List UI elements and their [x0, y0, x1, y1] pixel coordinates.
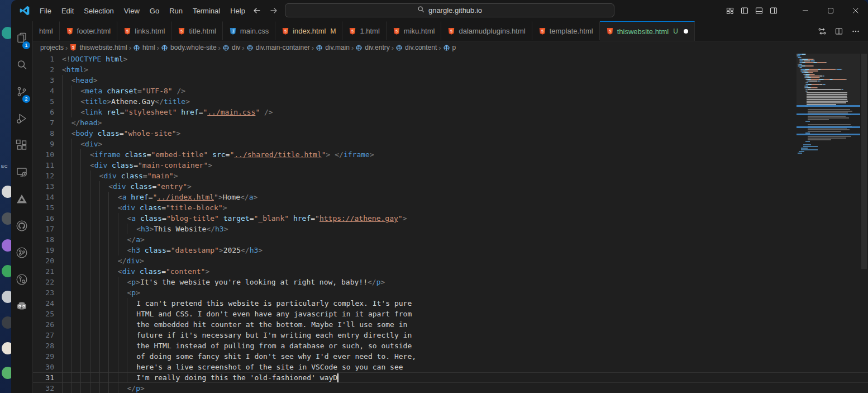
breadcrumb-item-html[interactable]: html	[133, 44, 155, 51]
link-text[interactable]: ../shared/title.html	[234, 150, 322, 159]
breadcrumb-item-projects[interactable]: projects	[40, 44, 64, 51]
minimize-button[interactable]	[793, 0, 818, 21]
desktop-icon[interactable]	[2, 212, 11, 225]
link-text[interactable]: ../main.css	[207, 108, 255, 116]
activity-item-search[interactable]	[11, 53, 32, 79]
activity-item-git-graph[interactable]	[11, 240, 32, 267]
code-line[interactable]: 10<iframe class="embed-title" src="../sh…	[33, 149, 868, 160]
code-line[interactable]: 3<head>	[33, 75, 868, 86]
menu-go[interactable]: Go	[145, 4, 164, 17]
code-line[interactable]: 15<div class="title-block">	[33, 202, 868, 213]
tab-miku.html[interactable]: 5miku.html	[387, 21, 442, 40]
close-button[interactable]	[843, 0, 868, 21]
activity-item-github[interactable]	[11, 214, 32, 240]
desktop-icon[interactable]	[2, 265, 11, 277]
tab-footer.html[interactable]: 5footer.html	[60, 21, 118, 40]
code-line[interactable]: 29of doing some fancy shit I don't see w…	[33, 351, 868, 362]
code-line[interactable]: 19<h3 class="datestamp">2025</h3>	[33, 245, 868, 255]
breadcrumb-item-div.content[interactable]: div.content	[395, 44, 437, 51]
code-line[interactable]: 25HTML and CSS. I don't even have any ja…	[33, 309, 868, 319]
tab-index.html[interactable]: 5index.htmlM	[275, 21, 342, 40]
scrollbar-slider[interactable]	[861, 54, 867, 269]
vertical-scrollbar[interactable]	[860, 54, 868, 393]
tab-dalamudplugins.html[interactable]: 5dalamudplugins.html	[441, 21, 532, 40]
code-line[interactable]: 23<p>	[33, 287, 868, 298]
menu-help[interactable]: Help	[225, 4, 250, 17]
more-actions-icon[interactable]	[851, 27, 860, 36]
code-line[interactable]: 5<title>Athene.Gay</title>	[33, 96, 868, 107]
activity-item-explorer[interactable]: 1	[11, 26, 32, 53]
code-line[interactable]: 18</a>	[33, 234, 868, 245]
activity-item-source-control[interactable]: 2	[11, 79, 32, 106]
code-line[interactable]: 22<p>It's the website you're looking at …	[33, 277, 868, 287]
activity-item-godot[interactable]	[11, 294, 32, 321]
toggle-sidebar-right-icon[interactable]	[769, 6, 778, 15]
customize-layout-icon[interactable]	[726, 6, 735, 15]
code-line[interactable]: 9<div>	[33, 139, 868, 149]
activity-item-a-logo[interactable]	[11, 187, 32, 214]
tab-thiswebsite.html[interactable]: 5thiswebsite.htmlU	[600, 21, 695, 41]
link-text[interactable]: https://athene.gay	[319, 214, 398, 222]
code-line[interactable]: 26the embedded hit counter at the bottom…	[33, 319, 868, 330]
tab-links.html[interactable]: 5links.html	[117, 21, 171, 40]
back-arrow-icon[interactable]	[252, 6, 261, 15]
code-area[interactable]: 1<!DOCTYPE html>2<html>3<head>4<meta cha…	[33, 54, 868, 393]
menu-terminal[interactable]: Terminal	[188, 4, 225, 17]
menu-selection[interactable]: Selection	[79, 4, 118, 17]
activity-item-extensions[interactable]	[11, 133, 32, 160]
menu-edit[interactable]: Edit	[56, 4, 79, 17]
desktop-icon[interactable]	[2, 367, 11, 379]
command-center-search[interactable]: gnargle.github.io	[285, 3, 614, 17]
breadcrumb-item-div.main-container[interactable]: div.main-container	[246, 44, 310, 51]
toggle-sidebar-left-icon[interactable]	[740, 6, 749, 15]
tab-1.html[interactable]: 51.html	[342, 21, 386, 40]
menu-file[interactable]: File	[35, 4, 56, 17]
link-text[interactable]: ../index.html	[157, 193, 214, 201]
code-line[interactable]: 6<link rel="stylesheet" href="../main.cs…	[33, 107, 868, 117]
unsaved-dot-icon[interactable]	[684, 29, 688, 34]
tab-title.html[interactable]: 5title.html	[171, 21, 222, 40]
code-line[interactable]: 8<body class="whole-site">	[33, 128, 868, 139]
tab-main.css[interactable]: 3main.css	[223, 21, 275, 40]
activity-item-remote-explorer[interactable]	[11, 160, 32, 187]
desktop-icon[interactable]	[2, 342, 11, 354]
minimap[interactable]	[797, 54, 860, 393]
maximize-button[interactable]	[818, 0, 843, 21]
desktop-icon[interactable]	[2, 291, 11, 303]
tab-html[interactable]: html	[33, 21, 60, 40]
breadcrumb-item-div[interactable]: div	[222, 44, 240, 51]
code-line[interactable]: 27future if it's necessary but I'm writi…	[33, 330, 868, 340]
breadcrumb-item-body.whole-site[interactable]: body.whole-site	[161, 44, 217, 51]
code-line[interactable]: 30here's a live screenshot of the site i…	[33, 362, 868, 372]
code-line[interactable]: 14<a href="../index.html">Home</a>	[33, 192, 868, 202]
tab-template.html[interactable]: 5template.html	[532, 21, 600, 40]
code-line[interactable]: 12<div class="main">	[33, 171, 868, 181]
toggle-panel-icon[interactable]	[755, 6, 764, 15]
code-line[interactable]: 16<a class="blog-title" target="_blank" …	[33, 213, 868, 224]
code-line[interactable]: 11<div class="main-container">	[33, 160, 868, 171]
code-line[interactable]: 24I can't pretend this website is partic…	[33, 298, 868, 309]
code-line[interactable]: 7</head>	[33, 117, 868, 128]
breadcrumb-item-div.main[interactable]: div.main	[316, 44, 350, 51]
desktop-icon[interactable]	[2, 239, 11, 252]
activity-item-git-history[interactable]	[11, 267, 32, 294]
code-line[interactable]: 13<div class="entry">	[33, 181, 868, 192]
menu-run[interactable]: Run	[164, 4, 188, 17]
code-line[interactable]: 17<h3>This Website</h3>	[33, 224, 868, 234]
code-line[interactable]: 4<meta charset="UTF-8" />	[33, 86, 868, 96]
desktop-icon[interactable]	[2, 27, 11, 39]
breadcrumb-item-thiswebsite.html[interactable]: 5thiswebsite.html	[69, 44, 127, 51]
activity-item-run-debug[interactable]	[11, 106, 32, 133]
code-line[interactable]: 20</div>	[33, 255, 868, 266]
menu-view[interactable]: View	[119, 4, 145, 17]
code-line[interactable]: 28the HTML instead of pulling from a dat…	[33, 340, 868, 351]
code-line[interactable]: 32</p>	[33, 383, 868, 393]
code-line[interactable]: 31I'm really doing this the 'old-fashion…	[33, 372, 868, 383]
code-line[interactable]: 1<!DOCTYPE html>	[33, 54, 868, 64]
open-changes-icon[interactable]	[818, 27, 827, 36]
breadcrumb-item-div.entry[interactable]: div.entry	[355, 44, 389, 51]
code-line[interactable]: 2<html>	[33, 64, 868, 75]
desktop-icon[interactable]	[2, 316, 11, 329]
code-line[interactable]: 21<div class="content">	[33, 266, 868, 277]
forward-arrow-icon[interactable]	[269, 6, 278, 15]
